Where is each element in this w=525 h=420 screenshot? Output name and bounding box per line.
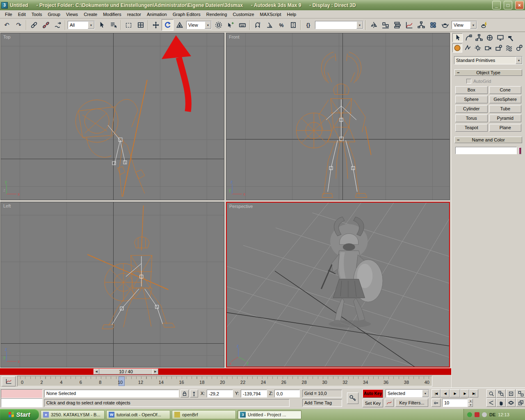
auto-key-button[interactable]: Auto Key: [363, 389, 383, 398]
menu-customize[interactable]: Customize: [230, 11, 257, 18]
y-coordinate-field[interactable]: [241, 390, 267, 397]
undo-button[interactable]: ↶: [1, 19, 13, 31]
set-keys-button[interactable]: [347, 393, 358, 404]
material-editor-button[interactable]: [427, 19, 439, 31]
window-crossing-button[interactable]: [135, 19, 146, 31]
primitive-box-button[interactable]: Box: [455, 86, 488, 94]
menu-edit[interactable]: Edit: [15, 11, 29, 18]
mirror-button[interactable]: [368, 19, 379, 31]
quick-render-button[interactable]: [478, 19, 490, 31]
layer-manager-button[interactable]: [391, 19, 403, 31]
curve-editor-button[interactable]: [403, 19, 415, 31]
key-filters-button[interactable]: Key Filters...: [395, 399, 428, 407]
object-name-input[interactable]: [455, 147, 517, 154]
select-object-button[interactable]: [96, 19, 107, 31]
subtab-spacewarps[interactable]: [504, 43, 514, 52]
selection-filter-dropdown[interactable]: All▼: [68, 21, 95, 29]
set-key-button[interactable]: Set Key: [363, 399, 383, 407]
add-time-tag-field[interactable]: Add Time Tag: [302, 399, 342, 407]
menu-file[interactable]: File: [2, 11, 15, 18]
tab-hierarchy[interactable]: [474, 33, 484, 42]
use-pivot-center-button[interactable]: [212, 19, 224, 31]
named-sets-dropdown[interactable]: ▼: [315, 21, 363, 29]
default-in-out-tangent-button[interactable]: [385, 399, 394, 407]
select-by-name-button[interactable]: [107, 19, 119, 31]
primitive-geosphere-button[interactable]: GeoSphere: [489, 96, 522, 103]
key-mode-dropdown[interactable]: Selected▼: [386, 389, 429, 397]
min-max-toggle-button[interactable]: [516, 398, 525, 407]
tab-utilities[interactable]: [506, 33, 516, 42]
mini-listener-field[interactable]: [1, 398, 43, 407]
keyboard-override-button[interactable]: [236, 19, 248, 31]
time-slider-bar[interactable]: ◀ 10 / 40 ▶: [0, 368, 451, 375]
menu-modifiers[interactable]: Modifiers: [100, 11, 124, 18]
arc-rotate-button[interactable]: [506, 398, 516, 407]
frame-spinner[interactable]: ▲ ▼: [468, 399, 473, 407]
zoom-extents-all-button[interactable]: [516, 389, 525, 398]
primitive-plane-button[interactable]: Plane: [489, 124, 522, 132]
x-coordinate-field[interactable]: [207, 390, 233, 397]
rollout-object-type[interactable]: − Object Type: [454, 69, 522, 76]
close-button[interactable]: ×: [515, 1, 524, 9]
snaps-toggle-button[interactable]: 3: [251, 19, 263, 31]
autogrid-checkbox[interactable]: [466, 79, 471, 84]
selection-lock-button[interactable]: [180, 390, 189, 397]
menu-create[interactable]: Create: [81, 11, 100, 18]
spinner-snap-button[interactable]: [287, 19, 299, 31]
menu-reactor[interactable]: reactor: [124, 11, 144, 18]
time-slider-value[interactable]: 10 / 40: [99, 369, 153, 374]
slider-prev-icon[interactable]: ◀: [94, 369, 99, 374]
dropdown-arrow-icon[interactable]: ▼: [422, 390, 429, 397]
menu-animation[interactable]: Animation: [144, 11, 170, 18]
menu-graph-editors[interactable]: Graph Editors: [170, 11, 203, 18]
subtab-shapes[interactable]: [463, 43, 472, 52]
subtab-cameras[interactable]: [483, 43, 493, 52]
primitive-sphere-button[interactable]: Sphere: [455, 96, 488, 103]
object-color-swatch[interactable]: [519, 147, 521, 154]
viewport-top[interactable]: Top y x z: [0, 33, 224, 200]
select-and-rotate-button[interactable]: [162, 19, 173, 31]
z-input[interactable]: [276, 390, 298, 397]
zoom-all-button[interactable]: [496, 389, 506, 398]
menu-views[interactable]: Views: [63, 11, 81, 18]
dropdown-arrow-icon[interactable]: ▼: [356, 21, 363, 29]
primitive-torus-button[interactable]: Torus: [455, 114, 488, 122]
tray-icon-red[interactable]: [475, 412, 479, 417]
spinner-down-icon[interactable]: ▼: [468, 403, 473, 407]
spinner-up-icon[interactable]: ▲: [468, 399, 473, 403]
subtab-systems[interactable]: [514, 43, 524, 52]
minimize-button[interactable]: _: [492, 1, 501, 9]
slider-next-icon[interactable]: ▶: [153, 369, 158, 374]
track-bar[interactable]: 0246810121416182022242628303234363840: [0, 375, 451, 388]
dropdown-arrow-icon[interactable]: ▼: [470, 21, 477, 29]
macro-recorder-field[interactable]: [1, 389, 43, 398]
tab-display[interactable]: [495, 33, 505, 42]
primitive-tube-button[interactable]: Tube: [489, 105, 522, 113]
render-type-dropdown[interactable]: View▼: [452, 21, 477, 29]
menu-tools[interactable]: Tools: [29, 11, 45, 18]
current-frame-field[interactable]: [442, 399, 468, 407]
edit-named-sets-button[interactable]: {}: [302, 19, 314, 31]
rectangular-selection-button[interactable]: [123, 19, 135, 31]
rollout-name-color[interactable]: − Name and Color: [454, 137, 522, 143]
zoom-button[interactable]: [486, 389, 496, 398]
render-setup-button[interactable]: [439, 19, 451, 31]
y-input[interactable]: [243, 390, 265, 397]
schematic-view-button[interactable]: [415, 19, 427, 31]
start-button[interactable]: Start: [0, 409, 39, 420]
bind-to-spacewarp-button[interactable]: [52, 19, 64, 31]
previous-frame-button[interactable]: ◀: [441, 389, 450, 397]
subtab-lights[interactable]: [473, 43, 483, 52]
primitive-cylinder-button[interactable]: Cylinder: [455, 105, 488, 113]
maximize-button[interactable]: □: [504, 1, 512, 9]
tab-motion[interactable]: [484, 33, 495, 42]
time-slider[interactable]: ◀ 10 / 40 ▶: [94, 369, 158, 374]
mini-curve-editor-button[interactable]: [2, 376, 16, 386]
menu-group[interactable]: Group: [45, 11, 63, 18]
select-and-manipulate-button[interactable]: [224, 19, 236, 31]
reference-coordinate-dropdown[interactable]: View▼: [186, 21, 212, 29]
language-indicator[interactable]: DE: [489, 412, 495, 417]
goto-start-button[interactable]: |◀: [431, 389, 441, 397]
dropdown-arrow-icon[interactable]: ▼: [205, 21, 211, 29]
dropdown-arrow-icon[interactable]: ▼: [516, 57, 522, 64]
